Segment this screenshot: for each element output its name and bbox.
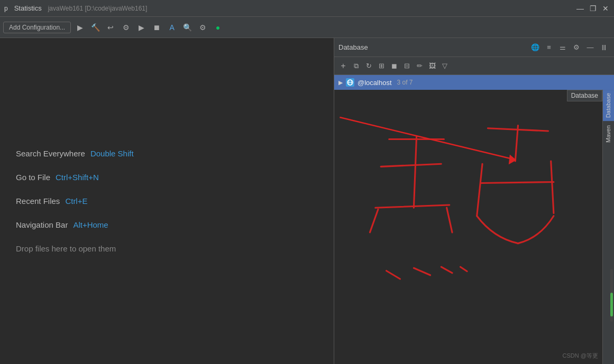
main-toolbar: Add Configuration... ▶ 🔨 ↩ ⚙ ▶ ⏹ A 🔍 ⚙ ● [0, 17, 614, 38]
db-panel-title: Database [338, 43, 368, 51]
db-globe-icon[interactable]: 🌐 [529, 42, 541, 53]
recent-files-key: Ctrl+E [65, 197, 87, 206]
title-bar: p Statistics javaWeb161 [D:\code\javaWeb… [0, 0, 614, 17]
csdn-watermark: CSDN @等更 [563, 352, 598, 360]
go-to-file-shortcut: Go to File Ctrl+Shift+N [16, 165, 318, 189]
db-tree-arrow: ▶ [338, 79, 343, 86]
database-panel: Database 🌐 ≡ ⚌ ⚙ — ||| + ⧉ ↻ ⊞ ◼ ⊟ ✏ 🖼 ▽… [334, 38, 614, 364]
statistics-menu[interactable]: Statistics [14, 4, 42, 12]
db-panel-actions: 🌐 ≡ ⚌ ⚙ — ||| [529, 42, 610, 53]
db-settings-icon[interactable]: ⚙ [571, 42, 582, 53]
database-floating-label: Database [567, 90, 602, 101]
db-copy-icon[interactable]: ⧉ [350, 60, 362, 72]
db-split-icon[interactable]: ⚌ [557, 42, 569, 53]
navigation-bar-key: Alt+Home [73, 220, 108, 229]
scroll-thumb[interactable] [610, 293, 613, 316]
minimize-button[interactable]: — [576, 4, 584, 13]
left-panel: Search Everywhere Double Shift Go to Fil… [0, 38, 334, 364]
db-host-name: @localhost [358, 79, 392, 87]
db-image-icon[interactable]: 🖼 [426, 60, 438, 72]
build-icon[interactable]: 🔨 [88, 21, 102, 34]
db-tree-item-localhost[interactable]: ▶ @localhost 3 of 7 [334, 75, 614, 90]
recent-files-shortcut: Recent Files Ctrl+E [16, 189, 318, 213]
search-everywhere-shortcut: Search Everywhere Double Shift [16, 142, 318, 165]
toolbar-right: ▶ 🔨 ↩ ⚙ ▶ ⏹ A 🔍 ⚙ ● [73, 21, 225, 34]
jetbrains-icon[interactable]: ● [211, 21, 225, 34]
database-side-tab[interactable]: Database [603, 90, 614, 121]
rerun-icon[interactable]: ↩ [104, 21, 117, 34]
stop-icon[interactable]: ⏹ [150, 21, 163, 34]
svg-marker-19 [509, 155, 517, 165]
side-panel-tabs: Database Maven [602, 90, 614, 364]
db-funnel-icon[interactable]: ▽ [439, 60, 451, 72]
db-filter-icon[interactable]: ≡ [543, 42, 555, 53]
debug-run-icon[interactable]: ▶ [134, 21, 148, 34]
db-side-icon[interactable]: ||| [598, 42, 610, 53]
close-button[interactable]: ✕ [601, 4, 610, 13]
config-icon[interactable]: ⚙ [119, 21, 133, 34]
drawing-area: Database Maven [334, 90, 614, 364]
db-layers-icon[interactable]: ⊞ [375, 60, 387, 72]
db-panel-header: Database 🌐 ≡ ⚌ ⚙ — ||| [334, 38, 614, 57]
translate-icon[interactable]: A [165, 21, 179, 34]
navigation-bar-label: Navigation Bar [16, 220, 68, 229]
maximize-button[interactable]: ❐ [589, 4, 597, 13]
run-icon[interactable]: ▶ [73, 21, 87, 34]
go-to-file-key: Ctrl+Shift+N [56, 173, 99, 182]
maven-side-tab[interactable]: Maven [603, 122, 614, 146]
db-host-icon [346, 78, 354, 87]
add-configuration-button[interactable]: Add Configuration... [3, 22, 71, 33]
db-add-icon[interactable]: + [337, 60, 349, 72]
svg-line-18 [340, 117, 510, 158]
search-everywhere-key: Double Shift [90, 149, 134, 158]
db-toolbar: + ⧉ ↻ ⊞ ◼ ⊟ ✏ 🖼 ▽ [334, 57, 614, 75]
title-bar-controls: — ❐ ✕ [576, 4, 610, 13]
project-path: javaWeb161 [D:\code\javaWeb161] [48, 5, 148, 12]
db-edit-icon[interactable]: ✏ [414, 60, 425, 72]
app-menu[interactable]: p [4, 5, 8, 12]
go-to-file-label: Go to File [16, 173, 50, 182]
main-content: Search Everywhere Double Shift Go to Fil… [0, 38, 614, 364]
navigation-bar-shortcut: Navigation Bar Alt+Home [16, 213, 318, 237]
recent-files-label: Recent Files [16, 197, 60, 206]
db-stop-icon[interactable]: ◼ [388, 60, 400, 72]
settings-icon[interactable]: ⚙ [196, 21, 209, 34]
db-minimize-icon[interactable]: — [584, 42, 596, 53]
red-arrow-annotation [334, 90, 614, 364]
drop-hint: Drop files here to open them [16, 237, 318, 260]
title-bar-left: p Statistics javaWeb161 [D:\code\javaWeb… [4, 4, 147, 12]
search-everywhere-label: Search Everywhere [16, 149, 85, 158]
db-table-icon[interactable]: ⊟ [401, 60, 413, 72]
db-count: 3 of 7 [397, 79, 413, 86]
search-everywhere-icon[interactable]: 🔍 [180, 21, 194, 34]
db-refresh-icon[interactable]: ↻ [363, 60, 374, 72]
